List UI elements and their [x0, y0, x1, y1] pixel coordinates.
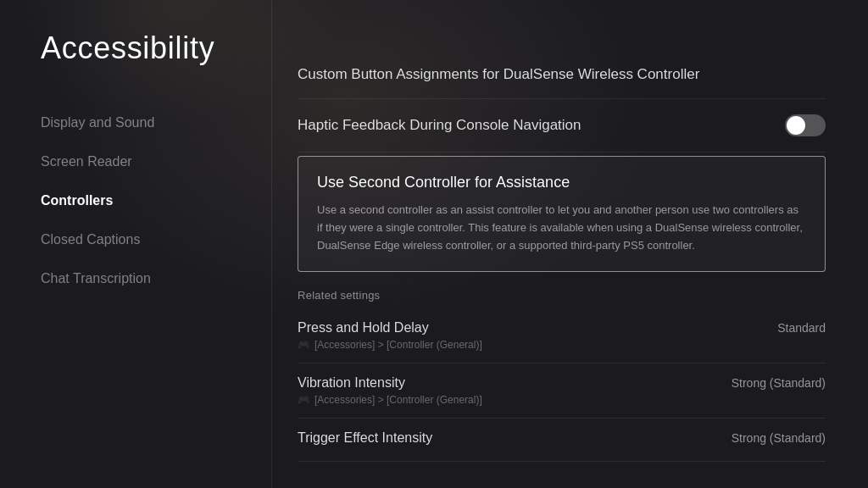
- setting-row-custom-button[interactable]: Custom Button Assignments for DualSense …: [298, 51, 826, 99]
- sidebar-nav: Display and Sound Screen Reader Controll…: [41, 107, 263, 295]
- page-title: Accessibility: [41, 30, 263, 66]
- main-content: Custom Button Assignments for DualSense …: [271, 0, 868, 488]
- sidebar: Accessibility Display and Sound Screen R…: [0, 0, 263, 488]
- setting-row-haptic-feedback[interactable]: Haptic Feedback During Console Navigatio…: [298, 99, 826, 152]
- haptic-feedback-toggle[interactable]: [785, 114, 826, 136]
- sidebar-item-controllers[interactable]: Controllers: [41, 185, 263, 217]
- setting-label-haptic-feedback: Haptic Feedback During Console Navigatio…: [298, 117, 581, 134]
- related-setting-vibration-intensity[interactable]: Vibration Intensity Strong (Standard) 🎮 …: [298, 363, 826, 419]
- related-setting-name-vibration: Vibration Intensity: [298, 375, 405, 391]
- controller-icon-0: 🎮: [298, 339, 310, 351]
- related-setting-trigger-effect[interactable]: Trigger Effect Intensity Strong (Standar…: [298, 419, 826, 462]
- sidebar-item-closed-captions[interactable]: Closed Captions: [41, 224, 263, 256]
- related-setting-press-hold-delay[interactable]: Press and Hold Delay Standard 🎮 [Accesso…: [298, 308, 826, 363]
- sidebar-item-chat-transcription[interactable]: Chat Transcription: [41, 263, 263, 295]
- controller-icon-1: 🎮: [298, 394, 310, 406]
- related-setting-path-vibration: [Accessories] > [Controller (General)]: [314, 394, 482, 406]
- sidebar-item-display-and-sound[interactable]: Display and Sound: [41, 107, 263, 139]
- app-container: Accessibility Display and Sound Screen R…: [0, 0, 868, 488]
- sidebar-item-screen-reader[interactable]: Screen Reader: [41, 146, 263, 178]
- toggle-knob: [787, 116, 805, 135]
- highlight-box-desc: Use a second controller as an assist con…: [317, 202, 806, 254]
- highlight-box-title: Use Second Controller for Assistance: [317, 174, 806, 191]
- related-setting-name-press-hold: Press and Hold Delay: [298, 320, 429, 336]
- related-setting-value-trigger: Strong (Standard): [732, 431, 826, 445]
- highlight-box-second-controller[interactable]: Use Second Controller for Assistance Use…: [298, 156, 826, 272]
- related-settings-label: Related settings: [298, 289, 826, 302]
- related-setting-value-press-hold: Standard: [777, 321, 826, 335]
- setting-label-custom-button: Custom Button Assignments for DualSense …: [298, 66, 699, 83]
- related-setting-name-trigger: Trigger Effect Intensity: [298, 430, 432, 446]
- related-setting-value-vibration: Strong (Standard): [732, 376, 826, 390]
- related-setting-path-press-hold: [Accessories] > [Controller (General)]: [314, 339, 482, 351]
